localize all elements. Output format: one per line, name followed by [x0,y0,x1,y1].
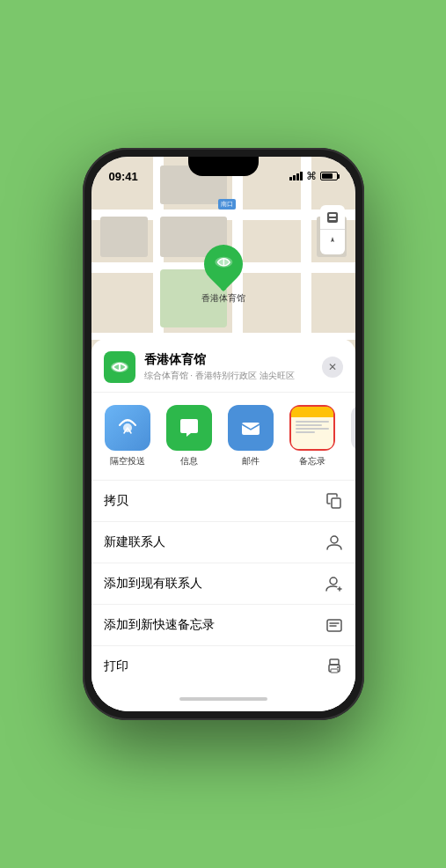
close-button[interactable]: ✕ [322,357,343,378]
message-icon [166,405,212,451]
home-indicator [91,687,355,711]
mail-icon [228,405,274,451]
svg-point-11 [331,536,338,543]
action-quick-note-label: 添加到新快速备忘录 [104,617,215,633]
layers-button[interactable] [320,205,345,230]
status-icons: ⌘ [289,170,338,182]
share-message[interactable]: 信息 [162,405,216,467]
add-contact-icon [325,575,343,592]
wifi-icon: ⌘ [306,170,317,182]
entrance-label: 南口 [218,199,236,210]
svg-rect-19 [330,659,339,665]
action-copy-label: 拷贝 [104,493,128,509]
share-row: 隔空投送 信息 [91,393,355,481]
action-list: 拷贝 新建联系人 添加到现有联系人 [91,481,355,687]
battery-icon [320,172,338,180]
marker-pin [195,237,250,291]
action-new-contact-label: 新建联系人 [104,534,165,550]
notch [188,157,259,176]
entrance-badge: 南口 [218,199,236,210]
svg-rect-21 [331,669,338,673]
share-mail[interactable]: 邮件 [223,405,278,467]
venue-subtitle: 综合体育馆 · 香港特别行政区 油尖旺区 [144,370,322,382]
location-button[interactable] [320,230,345,254]
venue-name: 香港体育馆 [144,352,322,368]
venue-info: 香港体育馆 综合体育馆 · 香港特别行政区 油尖旺区 [144,352,322,382]
message-label: 信息 [180,455,198,467]
action-new-contact[interactable]: 新建联系人 [91,522,355,563]
bottom-sheet: 香港体育馆 综合体育馆 · 香港特别行政区 油尖旺区 ✕ [91,339,355,711]
new-contact-icon [325,533,343,551]
svg-rect-9 [242,423,260,435]
share-more[interactable]: 提 [347,405,355,467]
share-airdrop[interactable]: 隔空投送 [100,405,155,467]
phone-frame: 09:41 ⌘ [83,148,364,720]
marker-icon [214,253,233,276]
phone-screen: 09:41 ⌘ [91,157,355,711]
notes-icon [289,405,335,451]
action-print-label: 打印 [104,658,128,674]
print-icon [325,658,343,675]
notes-label: 备忘录 [299,455,325,467]
venue-header: 香港体育馆 综合体育馆 · 香港特别行政区 油尖旺区 ✕ [91,339,355,393]
signal-icon [289,172,303,180]
mail-label: 邮件 [242,455,260,467]
home-bar [179,697,267,701]
map-controls [320,205,345,254]
quick-note-icon [325,616,343,634]
more-icon [351,405,355,451]
action-quick-note[interactable]: 添加到新快速备忘录 [91,605,355,646]
svg-rect-0 [327,212,338,223]
action-add-contact-label: 添加到现有联系人 [104,576,202,592]
svg-rect-2 [329,218,336,220]
airdrop-label: 隔空投送 [110,455,145,467]
action-add-contact[interactable]: 添加到现有联系人 [91,563,355,605]
venue-icon [104,351,135,383]
action-copy[interactable]: 拷贝 [91,481,355,522]
airdrop-icon [105,405,150,451]
map-marker: 香港体育馆 [201,245,245,305]
share-notes[interactable]: 备忘录 [285,405,340,467]
svg-point-12 [330,577,337,585]
status-time: 09:41 [109,170,138,183]
marker-label: 香港体育馆 [201,292,245,305]
copy-icon [325,492,343,510]
svg-point-22 [337,666,339,668]
svg-rect-1 [329,214,336,217]
action-print[interactable]: 打印 [91,646,355,687]
svg-rect-10 [332,498,340,508]
